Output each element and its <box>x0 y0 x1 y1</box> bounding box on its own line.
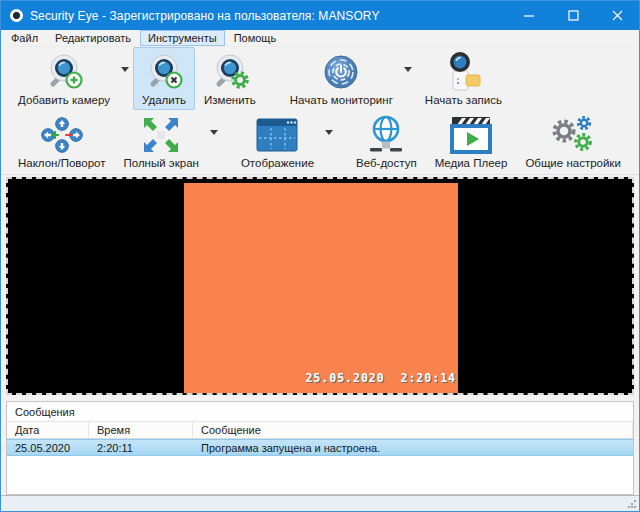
toolbar-row-2: Наклон/Поворот Полный экран <box>1 110 639 173</box>
settings-gears-icon <box>549 114 597 156</box>
pan-tilt-arrows-icon <box>39 114 85 156</box>
maximize-button[interactable] <box>551 1 595 30</box>
resize-grip[interactable] <box>627 499 637 509</box>
camera-timestamp-overlay: 25.05.2020 2:20:14 <box>305 371 456 385</box>
fullscreen-button[interactable]: Полный экран <box>115 110 208 173</box>
menu-tools[interactable]: Инструменты <box>140 30 225 46</box>
toolbar-row-1: Добавить камеру Удалить <box>1 47 639 110</box>
monitoring-power-icon <box>321 51 361 93</box>
security-eye-window: Security Eye - Зарегистрировано на польз… <box>0 0 640 512</box>
webcam-edit-icon <box>210 51 250 93</box>
start-recording-button[interactable]: Начать запись <box>416 47 511 110</box>
fullscreen-expand-icon <box>141 114 181 156</box>
webcam-delete-icon <box>144 51 184 93</box>
edit-camera-label: Изменить <box>204 94 256 106</box>
web-access-button[interactable]: Веб-доступ <box>347 110 426 173</box>
media-player-button[interactable]: Медиа Плеер <box>426 110 517 173</box>
camera-display-area[interactable]: 25.05.2020 2:20:14 <box>6 177 634 395</box>
webcam-add-icon <box>44 51 84 93</box>
maximize-icon <box>568 10 579 21</box>
display-label: Отображение <box>241 157 314 169</box>
close-icon <box>612 10 623 21</box>
web-globe-icon <box>365 114 407 156</box>
add-camera-button[interactable]: Добавить камеру <box>9 47 119 110</box>
message-text: Программа запущена и настроена. <box>193 442 633 454</box>
message-time: 2:20:11 <box>89 442 193 454</box>
messages-panel-title: Сообщения <box>7 402 633 422</box>
camera-feed[interactable]: 25.05.2020 2:20:14 <box>184 183 458 393</box>
delete-camera-button[interactable]: Удалить <box>133 47 195 110</box>
app-eye-icon <box>10 9 23 22</box>
add-camera-dropdown-icon[interactable] <box>121 67 129 72</box>
message-date: 25.05.2020 <box>7 442 89 454</box>
pan-tilt-button[interactable]: Наклон/Поворот <box>9 110 115 173</box>
edit-camera-button[interactable]: Изменить <box>195 47 265 110</box>
message-row[interactable]: 25.05.2020 2:20:11 Программа запущена и … <box>7 439 633 456</box>
display-button[interactable]: Отображение <box>232 110 323 173</box>
messages-table-header[interactable]: Дата Время Сообщение <box>7 422 633 439</box>
media-player-clapper-icon <box>448 114 494 156</box>
menu-bar: Файл Редактировать Инструменты Помощь <box>1 30 639 47</box>
title-bar: Security Eye - Зарегистрировано на польз… <box>1 1 639 30</box>
toolbar: Добавить камеру Удалить <box>1 47 639 175</box>
general-settings-label: Общие настройки <box>525 157 620 169</box>
close-button[interactable] <box>595 1 639 30</box>
status-bar <box>1 495 639 511</box>
add-camera-label: Добавить камеру <box>18 94 110 106</box>
window-controls <box>507 1 639 30</box>
menu-file[interactable]: Файл <box>3 30 46 46</box>
display-dropdown-icon[interactable] <box>325 130 333 135</box>
fullscreen-label: Полный экран <box>124 157 199 169</box>
column-header-message[interactable]: Сообщение <box>193 422 633 438</box>
messages-table: Дата Время Сообщение 25.05.2020 2:20:11 … <box>7 422 633 456</box>
messages-panel: Сообщения Дата Время Сообщение 25.05.202… <box>6 401 634 495</box>
start-recording-label: Начать запись <box>425 94 502 106</box>
fullscreen-dropdown-icon[interactable] <box>210 130 218 135</box>
column-header-time[interactable]: Время <box>89 422 193 438</box>
column-header-date[interactable]: Дата <box>7 422 89 438</box>
menu-edit[interactable]: Редактировать <box>47 30 139 46</box>
start-monitoring-dropdown-icon[interactable] <box>404 67 412 72</box>
window-title: Security Eye - Зарегистрировано на польз… <box>30 9 380 23</box>
minimize-button[interactable] <box>507 1 551 30</box>
menu-help[interactable]: Помощь <box>226 30 285 46</box>
general-settings-button[interactable]: Общие настройки <box>516 110 629 173</box>
start-monitoring-label: Начать мониторинг <box>290 94 393 106</box>
display-grid-icon <box>255 114 299 156</box>
start-monitoring-button[interactable]: Начать мониторинг <box>281 47 402 110</box>
media-player-label: Медиа Плеер <box>435 157 508 169</box>
delete-camera-label: Удалить <box>142 94 186 106</box>
record-camera-icon <box>441 51 485 93</box>
minimize-icon <box>524 10 535 21</box>
web-access-label: Веб-доступ <box>356 157 417 169</box>
pan-tilt-label: Наклон/Поворот <box>18 157 106 169</box>
